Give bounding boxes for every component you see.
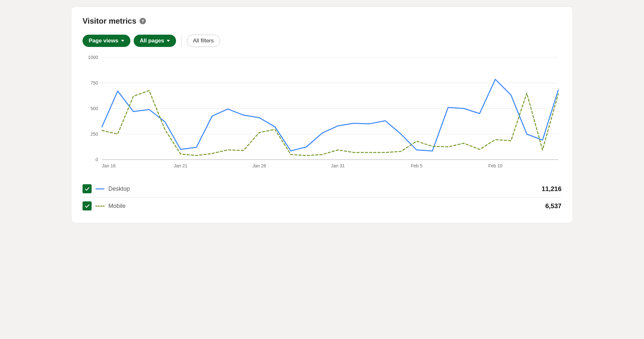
pages-dropdown-label: All pages: [140, 38, 164, 44]
mobile-label: Mobile: [108, 203, 126, 209]
svg-text:1000: 1000: [88, 55, 98, 60]
legend-row-desktop: Desktop 11,216: [83, 180, 561, 198]
metric-dropdown[interactable]: Page views: [83, 35, 130, 47]
vertical-divider: [181, 36, 182, 46]
desktop-checkbox[interactable]: [83, 184, 92, 193]
all-filters-label: All filters: [193, 38, 214, 44]
chevron-down-icon: [167, 40, 170, 42]
all-filters-button[interactable]: All filters: [187, 35, 220, 47]
svg-text:0: 0: [95, 157, 98, 162]
help-icon[interactable]: ?: [139, 18, 146, 24]
chart-legend: Desktop 11,216 Mobile 6,537: [83, 180, 561, 214]
desktop-swatch: [95, 188, 105, 189]
svg-text:500: 500: [91, 106, 98, 111]
mobile-swatch: [95, 206, 105, 207]
svg-text:Feb 10: Feb 10: [488, 163, 503, 168]
card-header: Visitor metrics ?: [83, 17, 561, 26]
metric-dropdown-label: Page views: [89, 38, 118, 44]
svg-text:750: 750: [91, 80, 98, 85]
svg-text:Feb 5: Feb 5: [411, 163, 423, 168]
desktop-label: Desktop: [108, 186, 130, 192]
svg-text:Jan 16: Jan 16: [102, 163, 116, 168]
check-icon: [84, 186, 90, 192]
desktop-total: 11,216: [542, 185, 561, 193]
mobile-total: 6,537: [545, 202, 561, 210]
metrics-card: Visitor metrics ? Page views All pages A…: [71, 6, 573, 223]
svg-text:250: 250: [91, 131, 98, 137]
card-title: Visitor metrics: [83, 17, 136, 26]
pages-dropdown[interactable]: All pages: [134, 35, 176, 47]
chevron-down-icon: [121, 40, 124, 42]
line-chart: 02505007501000Jan 16Jan 21Jan 26Jan 31Fe…: [83, 55, 561, 171]
filter-bar: Page views All pages All filters: [83, 35, 561, 47]
mobile-checkbox[interactable]: [83, 201, 92, 210]
svg-text:Jan 21: Jan 21: [174, 163, 187, 168]
legend-row-mobile: Mobile 6,537: [83, 198, 561, 214]
check-icon: [84, 203, 90, 209]
svg-text:Jan 26: Jan 26: [252, 163, 266, 168]
svg-text:Jan 31: Jan 31: [331, 163, 345, 168]
